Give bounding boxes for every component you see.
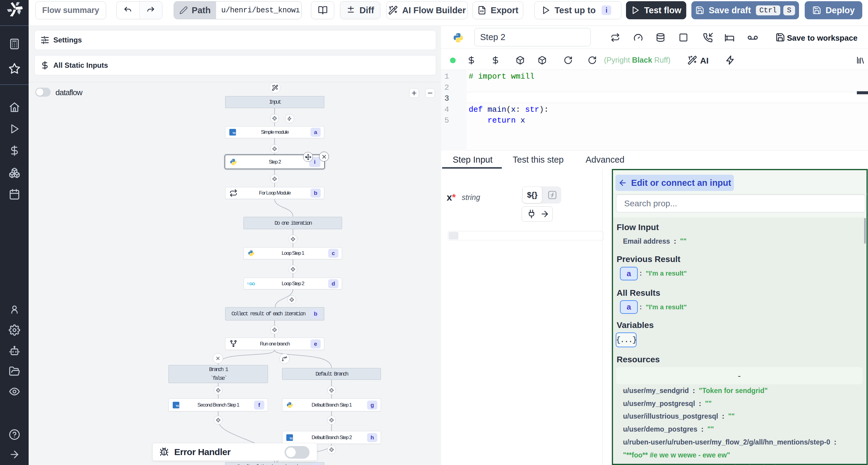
svg-text:GO: GO: [249, 281, 255, 286]
svg-text:TS: TS: [232, 131, 236, 135]
svg-text:TS: TS: [176, 404, 179, 407]
svg-text:TS: TS: [289, 436, 293, 440]
